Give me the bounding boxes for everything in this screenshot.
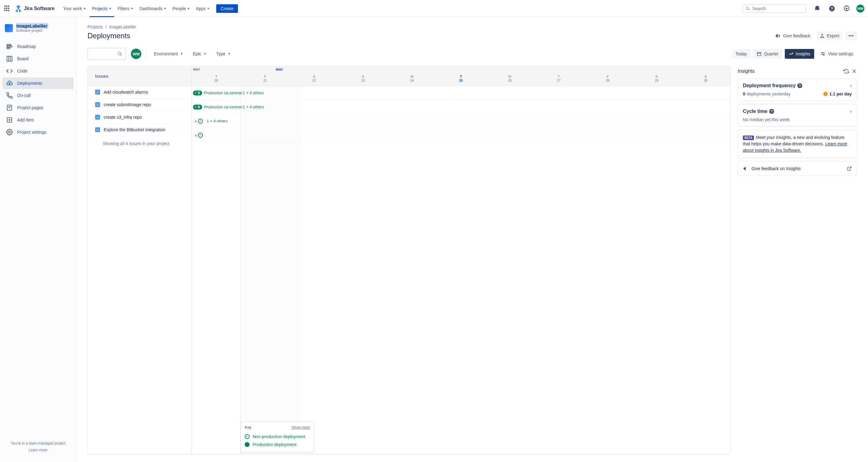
top-navigation: Jira Software Your work▼ Projects▼ Filte…	[0, 0, 868, 17]
page-title: Deployments	[88, 32, 130, 40]
view-settings-button[interactable]: View settings	[817, 49, 857, 59]
svg-point-28	[823, 55, 824, 55]
help-icon[interactable]: ?	[827, 4, 837, 13]
nav-your-work[interactable]: Your work▼	[61, 4, 88, 13]
issue-row[interactable]: create submitImage repo	[88, 98, 191, 111]
insights-button[interactable]: Insights	[785, 49, 814, 59]
issue-row[interactable]: Explore the Bitbucket integration	[88, 124, 191, 136]
sidebar-oncall[interactable]: On-call	[2, 90, 74, 101]
user-avatar[interactable]: WM	[857, 5, 864, 12]
show-more-link[interactable]: Show more	[291, 425, 310, 430]
day-column: T27	[534, 71, 583, 86]
issue-search[interactable]	[88, 48, 126, 60]
environment-filter[interactable]: Environment▼	[151, 50, 186, 58]
nav-people[interactable]: People▼	[170, 4, 192, 13]
issue-summary: create s3_infra repo	[104, 115, 142, 120]
deployment-row[interactable]: ‹1 + 4 others	[192, 114, 730, 128]
export-button[interactable]: Export	[817, 32, 842, 40]
task-icon	[95, 115, 100, 120]
help-icon: ?	[769, 109, 774, 114]
day-column: W26	[485, 71, 534, 86]
help-icon: ?	[797, 83, 802, 88]
chevron-right-icon: ›	[850, 83, 852, 88]
sliders-icon	[820, 51, 826, 57]
check-icon	[198, 119, 203, 124]
deployment-row[interactable]: 5Production ca-central-1 + 4 others	[192, 86, 730, 100]
day-column: T25	[436, 71, 485, 86]
today-button[interactable]: Today	[732, 49, 750, 59]
svg-point-19	[118, 52, 121, 55]
logo[interactable]: Jira Software	[15, 5, 55, 12]
main-content: Projects / ImageLabeller Deployments Giv…	[76, 17, 868, 462]
day-column: M24	[388, 71, 436, 86]
calendar-icon	[757, 52, 762, 56]
sidebar-board[interactable]: Board	[2, 53, 74, 65]
cycle-time-card[interactable]: Cycle time?› No median yet this week	[738, 104, 857, 127]
sidebar-roadmap[interactable]: Roadmap	[2, 41, 74, 52]
epic-filter[interactable]: Epic▼	[190, 50, 209, 58]
give-feedback-button[interactable]: Give feedback	[772, 31, 813, 40]
day-column: F21	[241, 71, 290, 86]
issue-row[interactable]: Add cloudwatch alarms	[88, 86, 191, 98]
breadcrumb-project[interactable]: ImageLabeller	[109, 25, 136, 29]
nav-apps[interactable]: Apps▼	[194, 4, 212, 13]
deploy-pill: ‹	[193, 118, 205, 125]
svg-line-20	[121, 55, 122, 56]
assignee-filter-avatar[interactable]: WM	[131, 49, 141, 59]
settings-icon[interactable]	[842, 4, 851, 13]
deployment-row[interactable]: 6Production ca-central-1 + 4 others	[192, 100, 730, 114]
create-button[interactable]: Create	[216, 4, 238, 13]
sidebar-code[interactable]: Code	[2, 65, 74, 77]
task-icon	[95, 127, 100, 132]
svg-line-31	[849, 167, 851, 169]
nav-dashboards[interactable]: Dashboards▼	[137, 4, 169, 13]
deployment-frequency-card[interactable]: Deployment frequency?› 0 deployments yes…	[738, 78, 857, 101]
project-type: Software project	[16, 28, 48, 33]
svg-rect-5	[7, 44, 11, 45]
issue-row[interactable]: create s3_infra repo	[88, 111, 191, 124]
day-column: F28	[583, 71, 632, 86]
svg-point-17	[8, 131, 10, 133]
svg-rect-8	[7, 56, 12, 61]
project-header[interactable]: ImageLabeller Software project	[2, 23, 74, 39]
app-switcher-icon[interactable]	[4, 5, 11, 12]
filters-row: WM Environment▼ Epic▼ Type▼ Today Quarte…	[88, 48, 857, 60]
sidebar-add-item[interactable]: Add item	[2, 114, 74, 126]
refresh-icon[interactable]	[843, 68, 849, 74]
insights-panel: Insights Deployment frequency?› 0 deploy…	[738, 66, 857, 455]
search-icon	[118, 52, 122, 56]
type-filter[interactable]: Type▼	[214, 50, 233, 58]
export-icon	[820, 33, 825, 38]
deployment-row[interactable]: ‹	[192, 128, 730, 142]
quarter-button[interactable]: Quarter	[753, 49, 782, 59]
issue-summary: Explore the Bitbucket integration	[104, 127, 165, 132]
timeline: Issues Add cloudwatch alarmscreate submi…	[88, 66, 731, 455]
notifications-icon[interactable]	[812, 4, 822, 13]
close-icon[interactable]	[851, 68, 857, 74]
sidebar: ImageLabeller Software project Roadmap B…	[0, 17, 76, 462]
search-box[interactable]	[742, 4, 806, 13]
project-name: ImageLabeller	[16, 23, 48, 28]
feedback-insights-card[interactable]: Give feedback on Insights	[738, 161, 857, 176]
svg-rect-6	[7, 46, 12, 47]
breadcrumb-projects[interactable]: Projects	[88, 25, 103, 29]
nav-projects[interactable]: Projects▼	[90, 4, 114, 13]
chevron-left-icon: ‹	[195, 119, 197, 124]
breadcrumb: Projects / ImageLabeller	[88, 25, 857, 29]
deploy-count-badge: 6	[193, 105, 202, 110]
deploy-text: Production ca-central-1 + 4 others	[204, 91, 264, 95]
sidebar-project-settings[interactable]: Project settings	[2, 126, 74, 138]
day-column: S30	[681, 71, 730, 86]
key-prod: Production deployment	[245, 440, 310, 449]
chart-icon	[788, 52, 794, 56]
search-input[interactable]	[752, 6, 803, 11]
learn-more-link[interactable]: Learn more	[6, 448, 70, 452]
project-icon	[5, 24, 13, 32]
sidebar-deployments[interactable]: Deployments	[2, 78, 74, 89]
task-icon	[95, 102, 100, 107]
more-button[interactable]: •••	[845, 32, 857, 40]
nav-filters[interactable]: Filters▼	[115, 4, 136, 13]
beta-card: BETAMeet your Insights, a new and evolvi…	[738, 130, 857, 158]
day-column: S29	[632, 71, 681, 86]
sidebar-project-pages[interactable]: Project pages	[2, 102, 74, 114]
